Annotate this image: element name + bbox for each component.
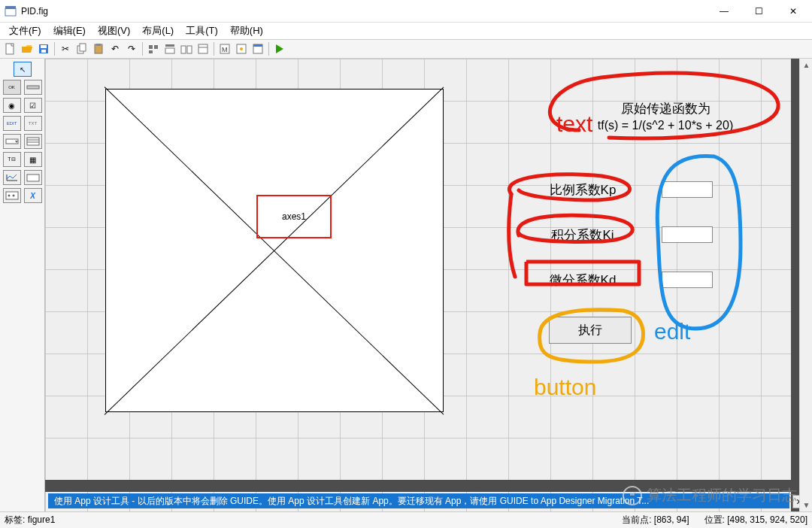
palette-select-arrow[interactable]: ↖ [14, 62, 32, 77]
watermark: ❝ 算法工程师的学习日志 [623, 485, 797, 505]
new-icon[interactable] [3, 41, 18, 56]
palette-buttongroup[interactable] [3, 188, 21, 203]
toolbar-sep [214, 42, 214, 56]
svg-rect-14 [165, 48, 174, 53]
svg-rect-16 [187, 46, 192, 53]
menu-file[interactable]: 文件(F) [3, 23, 47, 39]
window-title: PID.fig [21, 6, 707, 17]
palette-listbox[interactable] [24, 134, 42, 149]
palette-statictext[interactable]: TXT [24, 116, 42, 131]
toolbar: ✂ ↶ ↷ M [0, 39, 812, 59]
maximize-button[interactable]: ☐ [741, 0, 776, 23]
menubar: 文件(F) 编辑(E) 视图(V) 布局(L) 工具(T) 帮助(H) [0, 23, 812, 39]
minimize-button[interactable]: — [707, 0, 741, 23]
status-tag: 标签: figure1 [5, 514, 55, 526]
menu-edit[interactable]: 编辑(E) [47, 23, 92, 39]
component-palette: ↖ OK ◉ ☑ EDIT TXT T⊟ ▦ X [0, 59, 45, 511]
svg-rect-10 [149, 45, 153, 49]
browser-icon[interactable] [250, 41, 265, 56]
palette-table[interactable]: ▦ [24, 152, 42, 167]
scrollbar-up-icon[interactable]: ▲ [800, 59, 812, 71]
palette-togglebutton[interactable]: T⊟ [3, 152, 21, 167]
workarea: ↖ OK ◉ ☑ EDIT TXT T⊟ ▦ X [0, 59, 812, 511]
axes1-label: axes1 [282, 211, 306, 222]
execute-button-label: 执行 [578, 323, 602, 338]
menu-view[interactable]: 视图(V) [92, 23, 136, 39]
titlebar: PID.fig — ☐ ✕ [0, 0, 812, 23]
save-icon[interactable] [36, 41, 51, 56]
align-icon[interactable] [146, 41, 161, 56]
edit-kd[interactable] [662, 272, 713, 288]
svg-rect-2 [6, 44, 14, 54]
open-icon[interactable] [20, 41, 35, 56]
paste-icon[interactable] [91, 41, 106, 56]
svg-text:M: M [222, 46, 228, 53]
run-icon[interactable] [272, 41, 287, 56]
svg-rect-24 [253, 44, 262, 47]
edit-kp[interactable] [662, 181, 713, 198]
svg-rect-32 [27, 174, 39, 181]
editor-icon[interactable]: M [217, 41, 232, 56]
svg-point-22 [240, 47, 243, 50]
menu-tools[interactable]: 工具(T) [180, 23, 224, 39]
toolbar-sep [54, 42, 55, 56]
svg-rect-5 [41, 50, 46, 53]
svg-rect-7 [80, 44, 86, 51]
close-button[interactable]: ✕ [776, 0, 810, 23]
undo-icon[interactable]: ↶ [108, 41, 123, 56]
annotation-edit-label: edit [654, 319, 690, 344]
static-text-kp[interactable]: 比例系数Kp [523, 181, 643, 199]
svg-rect-9 [96, 44, 101, 46]
svg-rect-29 [27, 138, 39, 145]
svg-point-35 [12, 195, 14, 197]
svg-rect-33 [6, 192, 18, 199]
vertical-scrollbar[interactable]: ▲ ▼ [799, 59, 812, 511]
scrollbar-down-icon[interactable]: ▼ [800, 499, 812, 511]
axes1-label-box: axes1 [256, 195, 332, 238]
svg-rect-1 [5, 6, 16, 9]
palette-popupmenu[interactable] [3, 134, 21, 149]
palette-checkbox[interactable]: ☑ [24, 98, 42, 113]
static-text-ki[interactable]: 积分系数Ki [523, 226, 643, 244]
toolbar-sep [268, 42, 269, 56]
menu-layout[interactable]: 布局(L) [136, 23, 180, 39]
menu-help[interactable]: 帮助(H) [224, 23, 269, 39]
palette-slider[interactable] [24, 80, 42, 95]
palette-activex[interactable]: X [24, 188, 42, 203]
watermark-text: 算法工程师的学习日志 [647, 485, 797, 505]
app-icon [5, 5, 17, 17]
palette-panel[interactable] [24, 170, 42, 185]
palette-pushbutton[interactable]: OK [3, 80, 21, 95]
property-inspector-icon[interactable] [234, 41, 249, 56]
svg-rect-26 [27, 86, 39, 89]
redo-icon[interactable]: ↷ [124, 41, 139, 56]
toolbar-editor-icon[interactable] [195, 41, 211, 56]
status-current-point: 当前点: [863, 94] [622, 514, 689, 526]
svg-rect-0 [5, 8, 16, 16]
static-text-kd[interactable]: 微分系数Kd [523, 272, 643, 289]
status-position: 位置: [498, 315, 924, 520] [704, 514, 807, 526]
execute-button[interactable]: 执行 [549, 317, 632, 344]
statusbar: 标签: figure1 当前点: [863, 94] 位置: [498, 315… [0, 511, 812, 528]
svg-rect-17 [198, 44, 208, 53]
svg-rect-4 [41, 45, 47, 48]
cut-icon[interactable]: ✂ [58, 41, 73, 56]
palette-edittext[interactable]: EDIT [3, 116, 21, 131]
toolbar-sep [142, 42, 143, 56]
svg-rect-13 [165, 44, 174, 47]
palette-axes[interactable] [3, 170, 21, 185]
axes1-x-cross [106, 90, 443, 411]
copy-icon[interactable] [74, 41, 89, 56]
menu-editor-icon[interactable] [162, 41, 177, 56]
annotation-text-label: text [556, 111, 592, 137]
tab-editor-icon[interactable] [179, 41, 194, 56]
svg-rect-11 [154, 45, 158, 49]
edit-ki[interactable] [662, 226, 713, 243]
annotation-button-label: button [534, 375, 596, 400]
axes1[interactable]: axes1 [105, 89, 444, 412]
svg-marker-25 [276, 44, 283, 53]
figure-canvas[interactable]: axes1 原始传递函数为 tf(s) = 1/(s^2 + 10*s + 20… [45, 59, 812, 511]
svg-rect-12 [149, 50, 153, 53]
palette-radiobutton[interactable]: ◉ [3, 98, 21, 113]
watermark-icon: ❝ [623, 486, 642, 505]
